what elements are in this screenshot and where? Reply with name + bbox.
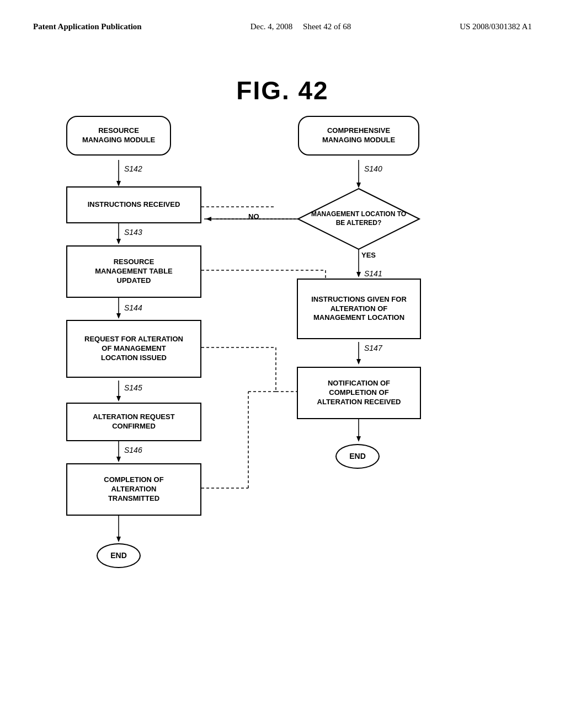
notification-completion-box: NOTIFICATION OF COMPLETION OF ALTERATION… <box>297 367 421 419</box>
header-date: Dec. 4, 2008 <box>250 22 293 31</box>
s142-label: S142 <box>124 164 142 173</box>
comprehensive-managing-module-box: COMPREHENSIVE MANAGING MODULE <box>298 116 419 156</box>
svg-marker-11 <box>116 537 121 542</box>
svg-marker-7 <box>116 396 121 402</box>
svg-marker-9 <box>116 457 121 462</box>
svg-marker-15 <box>356 272 361 277</box>
s141-label: S141 <box>364 269 382 278</box>
header-publication-label: Patent Application Publication <box>33 22 142 31</box>
header-sheet: Sheet 42 of 68 <box>303 22 351 31</box>
management-location-diamond: MANAGEMENT LOCATION TO BE ALTERED? <box>305 201 413 237</box>
svg-marker-5 <box>116 313 121 319</box>
header-date-sheet: Dec. 4, 2008 Sheet 42 of 68 <box>250 22 351 31</box>
s143-label: S143 <box>124 228 142 237</box>
s140-label: S140 <box>364 164 382 173</box>
end-right-terminal: END <box>335 444 380 469</box>
instructions-given-box: INSTRUCTIONS GIVEN FOR ALTERATION OF MAN… <box>297 279 421 339</box>
s146-label: S146 <box>124 446 142 454</box>
svg-marker-19 <box>356 436 361 442</box>
header-patent-number: US 2008/0301382 A1 <box>460 22 532 31</box>
alteration-request-confirmed-box: ALTERATION REQUEST CONFIRMED <box>66 403 201 441</box>
resource-managing-module-box: RESOURCE MANAGING MODULE <box>66 116 171 156</box>
resource-management-table-box: RESOURCE MANAGEMENT TABLE UPDATED <box>66 245 201 298</box>
figure-title: FIG. 42 <box>0 76 565 105</box>
completion-transmitted-box: COMPLETION OF ALTERATION TRANSMITTED <box>66 463 201 516</box>
svg-marker-1 <box>116 181 121 186</box>
page-header: Patent Application Publication Dec. 4, 2… <box>0 0 565 31</box>
request-for-alteration-box: REQUEST FOR ALTERATION OF MANAGEMENT LOC… <box>66 320 201 378</box>
no-label: NO <box>248 212 259 221</box>
svg-marker-22 <box>206 217 211 221</box>
svg-marker-17 <box>356 359 361 365</box>
s145-label: S145 <box>124 383 142 392</box>
s147-label: S147 <box>364 344 382 352</box>
instructions-received-box: INSTRUCTIONS RECEIVED <box>66 186 201 223</box>
s144-label: S144 <box>124 303 142 312</box>
end-left-terminal: END <box>97 543 141 568</box>
flowchart-diagram: RESOURCE MANAGING MODULE S142 INSTRUCTIO… <box>33 105 530 684</box>
yes-label: YES <box>361 251 376 259</box>
svg-marker-3 <box>116 239 121 244</box>
svg-marker-13 <box>356 183 361 188</box>
